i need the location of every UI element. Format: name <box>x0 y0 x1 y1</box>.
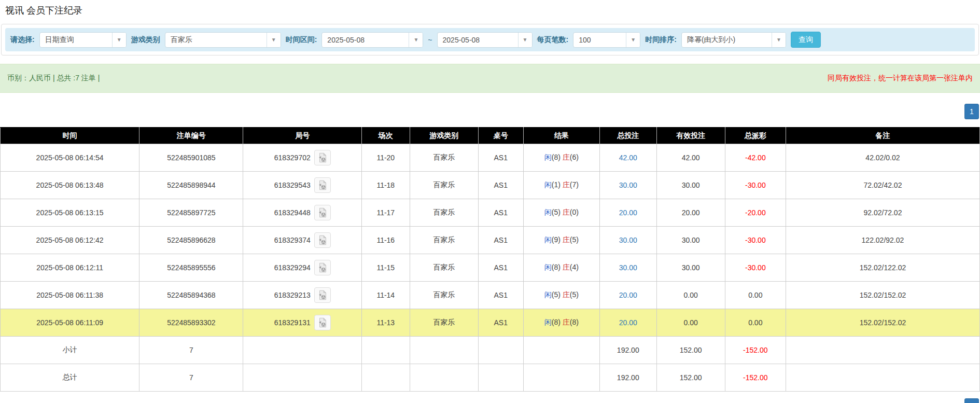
video-replay-button[interactable] <box>314 315 331 330</box>
cell-table-no: AS1 <box>478 172 523 199</box>
result-player-label: 闲 <box>544 263 552 271</box>
table-row[interactable]: 2025-05-08 06:13:48 522485898944 6183295… <box>1 172 980 199</box>
date-from-select[interactable]: 2025-05-08 ▼ <box>321 32 423 48</box>
cell-remark: 92.02/72.02 <box>786 199 979 227</box>
result-banker-label: 庄 <box>563 235 570 244</box>
cell-session: 11-16 <box>362 227 410 254</box>
cell-remark: 152.02/152.02 <box>786 282 979 309</box>
cell-total-bet: 30.00 <box>600 172 657 199</box>
table-row[interactable]: 2025-05-08 06:12:11 522485895556 6183292… <box>1 254 980 282</box>
date-to-select[interactable]: 2025-05-08 ▼ <box>437 32 533 48</box>
table-row[interactable]: 2025-05-08 06:12:42 522485896628 6183293… <box>1 227 980 254</box>
cell-total-bet: 20.00 <box>600 309 657 337</box>
range-tilde: ~ <box>428 36 432 44</box>
cell-game-type: 百家乐 <box>410 282 478 309</box>
cell-round-id: 618329543 <box>243 172 362 199</box>
result-banker-label: 庄 <box>563 180 570 189</box>
video-replay-button[interactable] <box>314 177 331 193</box>
filter-panel: 请选择: 日期查询 ▼ 游戏类别 百家乐 ▼ 时间区间: 2025-05-08 … <box>1 24 979 55</box>
video-replay-button[interactable] <box>314 150 331 165</box>
cell-time: 2025-05-08 06:11:09 <box>1 309 139 337</box>
total-bet-link[interactable]: 20.00 <box>619 318 637 327</box>
header-remark: 备注 <box>786 128 979 144</box>
total-bet-link[interactable]: 20.00 <box>619 209 637 217</box>
table-row[interactable]: 2025-05-08 06:11:09 522485893302 6183291… <box>1 309 980 337</box>
result-player-label: 闲 <box>544 153 552 161</box>
cell-bet-id: 522485897725 <box>139 199 243 227</box>
table-row[interactable]: 2025-05-08 06:11:38 522485894368 6183292… <box>1 282 980 309</box>
grand-total-count: 7 <box>139 364 243 392</box>
film-reel-icon <box>317 179 328 191</box>
header-round-id: 局号 <box>243 128 362 144</box>
result-banker-score: (5) <box>570 290 579 299</box>
film-reel-icon <box>317 152 328 163</box>
pagination-bottom: 1 <box>0 398 980 403</box>
result-banker-label: 庄 <box>563 153 570 161</box>
sort-select[interactable]: 降幂(由大到小) ▼ <box>681 32 786 48</box>
cell-bet-id: 522485896628 <box>139 227 243 254</box>
total-bet-link[interactable]: 30.00 <box>619 263 637 272</box>
header-table-no: 桌号 <box>478 128 523 144</box>
total-bet-link[interactable]: 20.00 <box>619 291 637 299</box>
per-page-value: 100 <box>573 36 591 44</box>
result-player-label: 闲 <box>544 208 552 216</box>
game-type-select[interactable]: 百家乐 ▼ <box>165 32 281 48</box>
page-1-button[interactable]: 1 <box>964 398 979 403</box>
round-id-text: 618329374 <box>274 236 311 244</box>
cell-remark: 72.02/42.02 <box>786 172 979 199</box>
cell-valid-bet: 0.00 <box>656 282 725 309</box>
cell-game-type: 百家乐 <box>410 199 478 227</box>
result-banker-score: (5) <box>570 235 579 244</box>
cell-bet-id: 522485895556 <box>139 254 243 282</box>
search-button[interactable]: 查询 <box>791 32 821 48</box>
cell-result: 闲(9) 庄(5) <box>523 227 599 254</box>
table-row[interactable]: 2025-05-08 06:14:54 522485901085 6183297… <box>1 144 980 172</box>
cell-remark: 42.02/0.02 <box>786 144 979 172</box>
cell-total-bet: 42.00 <box>600 144 657 172</box>
cell-table-no: AS1 <box>478 309 523 337</box>
video-replay-button[interactable] <box>314 232 331 248</box>
table-row[interactable]: 2025-05-08 06:13:15 522485897725 6183294… <box>1 199 980 227</box>
cell-game-type: 百家乐 <box>410 144 478 172</box>
chevron-down-icon: ▼ <box>112 33 126 47</box>
per-page-select[interactable]: 100 ▼ <box>573 32 640 48</box>
total-bet-link[interactable]: 30.00 <box>619 236 637 244</box>
valid-bet-notice-text: 同局有效投注，统一计算在该局第一张注单内 <box>828 74 973 83</box>
cell-bet-id: 522485901085 <box>139 144 243 172</box>
header-game-type: 游戏类别 <box>410 128 478 144</box>
cell-session: 11-14 <box>362 282 410 309</box>
cell-result: 闲(8) 庄(4) <box>523 254 599 282</box>
video-replay-button[interactable] <box>314 287 331 303</box>
cell-valid-bet: 20.00 <box>656 199 725 227</box>
cell-remark: 122.02/92.02 <box>786 227 979 254</box>
total-bet-link[interactable]: 42.00 <box>619 154 637 162</box>
chevron-down-icon: ▼ <box>626 33 640 47</box>
total-bet-link[interactable]: 30.00 <box>619 181 637 189</box>
cell-result: 闲(1) 庄(7) <box>523 172 599 199</box>
time-range-label: 时间区间: <box>286 35 317 45</box>
cell-payout: -30.00 <box>725 172 786 199</box>
cell-session: 11-17 <box>362 199 410 227</box>
video-replay-button[interactable] <box>314 205 331 220</box>
summary-bar: 币别：人民币 | 总共 :7 注单 | 同局有效投注，统一计算在该局第一张注单内 <box>0 64 980 93</box>
result-player-label: 闲 <box>544 290 552 299</box>
cell-round-id: 618329294 <box>243 254 362 282</box>
subtotal-label: 小计 <box>1 337 139 364</box>
grand-total-payout: -152.00 <box>725 364 786 392</box>
cell-session: 11-18 <box>362 172 410 199</box>
query-type-select[interactable]: 日期查询 ▼ <box>39 32 127 48</box>
result-player-score: (8) <box>552 263 563 271</box>
chevron-down-icon: ▼ <box>267 33 281 47</box>
query-type-value: 日期查询 <box>40 35 74 45</box>
cell-session: 11-15 <box>362 254 410 282</box>
cell-remark: 152.02/122.02 <box>786 254 979 282</box>
page-1-button[interactable]: 1 <box>964 104 979 119</box>
cell-round-id: 618329374 <box>243 227 362 254</box>
header-result: 结果 <box>523 128 599 144</box>
cell-table-no: AS1 <box>478 254 523 282</box>
cell-bet-id: 522485898944 <box>139 172 243 199</box>
header-time: 时间 <box>1 128 139 144</box>
result-player-label: 闲 <box>544 180 552 189</box>
game-type-label: 游戏类别 <box>131 35 160 45</box>
video-replay-button[interactable] <box>314 260 331 275</box>
